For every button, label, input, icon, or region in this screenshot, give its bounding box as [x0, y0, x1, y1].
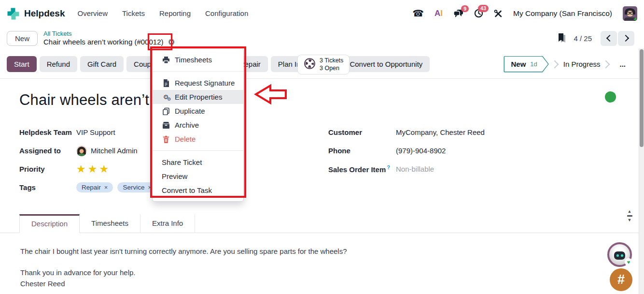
tools-icon[interactable]: [494, 9, 503, 18]
convert-to-opportunity-button[interactable]: Convert to Opportunity: [342, 56, 430, 72]
new-button[interactable]: New: [7, 31, 38, 46]
page-scrollbar-thumb[interactable]: [640, 49, 644, 147]
company-switcher[interactable]: My Company (San Francisco): [513, 9, 612, 18]
kanban-status-green-icon[interactable]: [605, 91, 616, 103]
control-panel: New All Tickets Chair wheels aren’t work…: [0, 27, 644, 50]
helpdesk-team-label: Helpdesk Team: [19, 128, 76, 136]
nav-menu-configuration[interactable]: Configuration: [205, 9, 248, 17]
inner-scrollbar-thumb[interactable]: [627, 215, 632, 217]
field-group: Helpdesk Team VIP Support Assigned to: [0, 109, 644, 200]
stage-in-progress[interactable]: In Progress: [563, 60, 601, 68]
navbar-right: ☎ AI 9 43: [412, 6, 637, 21]
description-paragraph: The chair I bought last year isn't turni…: [20, 246, 615, 257]
annotation-box-menu: [150, 46, 246, 198]
annotation-arrow-left-icon: [253, 83, 288, 107]
field-customer: Customer MyCompany, Chester Reed: [328, 126, 599, 138]
ticket-form-sheet: Chair wheels aren’t working Helpdesk Tea…: [0, 79, 644, 294]
stage-more[interactable]: ...: [615, 60, 630, 68]
activities-badge: 43: [478, 5, 489, 12]
stage-pipeline: New 1d In Progress ...: [504, 56, 630, 73]
helpdesk-app-window: Helpdesk Overview Tickets Reporting Conf…: [0, 0, 644, 294]
scroll-down-icon[interactable]: ▼: [628, 218, 632, 222]
phone-value[interactable]: (979)-904-8902: [396, 147, 446, 155]
ticket-title[interactable]: Chair wheels aren’t working: [0, 79, 644, 109]
sales-order-item-value[interactable]: Non-billable: [396, 165, 434, 173]
inner-scrollbar: ▲ ▼: [625, 209, 634, 222]
tag-repair[interactable]: Repair ×: [76, 182, 113, 192]
livechat-bot-button[interactable]: ♥: [607, 242, 632, 267]
sales-order-item-label: Sales Order Item?: [328, 164, 396, 174]
notebook-tabs: Description Timesheets Extra Info: [0, 214, 644, 233]
refund-button[interactable]: Refund: [40, 56, 77, 72]
tickets-count: 3 Tickets: [320, 57, 343, 64]
voip-phone-icon[interactable]: ☎: [412, 9, 424, 18]
tickets-stat-button[interactable]: 3 Tickets 3 Open: [297, 55, 350, 74]
user-avatar[interactable]: [623, 6, 637, 21]
gift-card-button[interactable]: Gift Card: [80, 56, 124, 72]
customer-value[interactable]: MyCompany, Chester Reed: [396, 128, 485, 136]
field-phone: Phone (979)-904-8902: [328, 145, 599, 157]
ai-icon[interactable]: AI: [434, 9, 443, 18]
tab-extra-info[interactable]: Extra Info: [140, 214, 195, 233]
assigned-to-value[interactable]: Mitchell Admin: [91, 147, 138, 155]
app-title[interactable]: Helpdesk: [24, 8, 65, 19]
stage-new-label: New: [511, 60, 526, 68]
pager-next-button[interactable]: [618, 31, 634, 46]
helpdesk-app-icon[interactable]: [7, 7, 19, 20]
description-signature: Chester Reed: [20, 278, 615, 289]
stage-new-duration: 1d: [530, 60, 537, 68]
bookmark-icon[interactable]: [558, 33, 567, 44]
helpdesk-team-value[interactable]: VIP Support: [76, 128, 115, 136]
pager: 4 / 25: [558, 31, 634, 46]
heart-badge-icon: ♥: [625, 258, 632, 266]
start-button[interactable]: Start: [7, 56, 37, 72]
discuss-channel-button[interactable]: #: [610, 268, 632, 291]
remove-tag-icon[interactable]: ×: [104, 184, 108, 191]
tickets-open-count: 3 Open: [320, 64, 339, 72]
tab-description[interactable]: Description: [19, 214, 80, 233]
nav-menu-tickets[interactable]: Tickets: [122, 9, 145, 17]
stage-new[interactable]: New 1d: [504, 56, 548, 73]
messages-icon[interactable]: 9: [453, 9, 463, 18]
chevron-right-icon: [622, 35, 629, 42]
bot-avatar: [614, 251, 625, 260]
breadcrumb-current: Chair wheels aren’t working (#00012): [43, 38, 163, 47]
pager-previous-button[interactable]: [601, 31, 617, 46]
nav-menu-overview[interactable]: Overview: [77, 9, 108, 17]
tab-timesheets[interactable]: Timesheets: [80, 214, 140, 233]
nav-menu-reporting[interactable]: Reporting: [159, 9, 191, 17]
tags-label: Tags: [19, 183, 76, 191]
pager-value: 4 / 25: [574, 34, 592, 43]
chevron-left-icon: [606, 35, 613, 42]
main-menu: Overview Tickets Reporting Configuration: [77, 9, 248, 17]
scroll-up-icon[interactable]: ▲: [628, 209, 632, 214]
navbar-left: Helpdesk Overview Tickets Reporting Conf…: [7, 7, 248, 20]
stage-separator-icon: [602, 60, 610, 68]
assignee-avatar: [76, 146, 87, 156]
phone-label: Phone: [328, 147, 396, 155]
lifebuoy-icon: [304, 58, 316, 71]
help-question-icon[interactable]: ?: [387, 164, 390, 170]
customer-label: Customer: [328, 128, 396, 136]
field-sales-order-item: Sales Order Item? Non-billable: [328, 163, 599, 175]
messages-badge: 9: [461, 5, 469, 13]
activities-icon[interactable]: 43: [474, 9, 483, 18]
assigned-to-label: Assigned to: [19, 147, 76, 155]
top-navbar: Helpdesk Overview Tickets Reporting Conf…: [0, 0, 644, 27]
description-paragraph: Thank you in advance for your help.: [20, 267, 615, 278]
priority-label: Priority: [19, 165, 76, 173]
priority-stars-icon[interactable]: ★★★: [76, 164, 111, 175]
stage-separator-icon: [550, 60, 559, 68]
description-content[interactable]: The chair I bought last year isn't turni…: [0, 233, 644, 289]
